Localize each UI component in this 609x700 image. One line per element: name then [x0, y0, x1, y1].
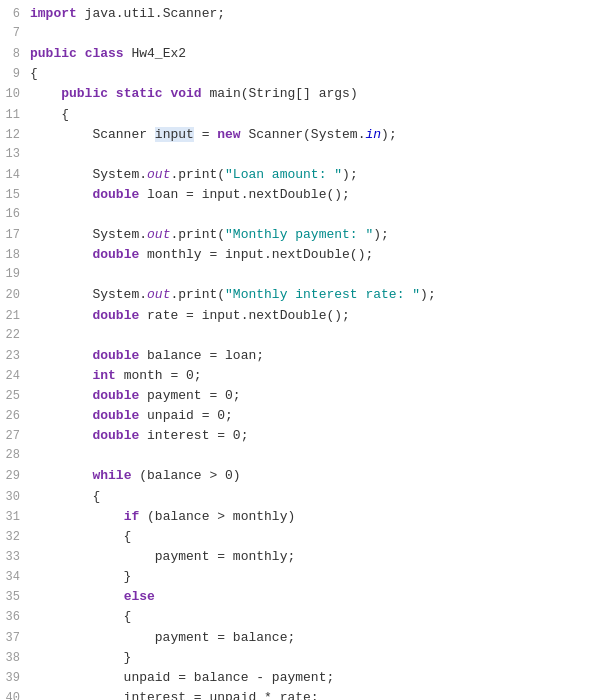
code-line: 38 }	[0, 648, 609, 668]
code-line: 16	[0, 205, 609, 225]
line-content: double monthly = input.nextDouble();	[28, 245, 609, 265]
line-content: {	[28, 64, 609, 84]
line-content: System.out.print("Monthly payment: ");	[28, 225, 609, 245]
token-plain: month = 0;	[116, 368, 202, 383]
token-kw: else	[124, 589, 155, 604]
code-line: 14 System.out.print("Loan amount: ");	[0, 165, 609, 185]
code-line: 37 payment = balance;	[0, 628, 609, 648]
line-number: 39	[0, 669, 28, 688]
line-number: 34	[0, 568, 28, 587]
code-line: 28	[0, 446, 609, 466]
token-plain: rate = input.nextDouble();	[139, 308, 350, 323]
token-kw: void	[170, 86, 201, 101]
token-plain: {	[30, 489, 100, 504]
token-plain: loan = input.nextDouble();	[139, 187, 350, 202]
token-kw: double	[92, 308, 139, 323]
line-content: }	[28, 648, 609, 668]
line-number: 31	[0, 508, 28, 527]
line-number: 18	[0, 246, 28, 265]
line-content: {	[28, 487, 609, 507]
code-line: 32 {	[0, 527, 609, 547]
line-content: {	[28, 607, 609, 627]
code-line: 35 else	[0, 587, 609, 607]
token-string: "Monthly interest rate: "	[225, 287, 420, 302]
token-plain: System.	[30, 167, 147, 182]
code-line: 36 {	[0, 607, 609, 627]
token-kw: import	[30, 6, 77, 21]
line-content: payment = balance;	[28, 628, 609, 648]
token-plain	[30, 589, 124, 604]
token-plain: .print(	[170, 287, 225, 302]
line-content: double rate = input.nextDouble();	[28, 306, 609, 326]
token-plain: (balance > 0)	[131, 468, 240, 483]
token-plain: );	[373, 227, 389, 242]
line-content: double payment = 0;	[28, 386, 609, 406]
line-number: 22	[0, 326, 28, 345]
token-plain: =	[194, 127, 217, 142]
line-number: 20	[0, 286, 28, 305]
token-plain: {	[30, 529, 131, 544]
code-line: 13	[0, 145, 609, 165]
code-line: 9{	[0, 64, 609, 84]
code-editor: 6import java.util.Scanner;78public class…	[0, 0, 609, 700]
token-plain: }	[30, 569, 131, 584]
token-plain	[108, 86, 116, 101]
token-kw: new	[217, 127, 240, 142]
code-line: 18 double monthly = input.nextDouble();	[0, 245, 609, 265]
line-number: 14	[0, 166, 28, 185]
line-content: System.out.print("Loan amount: ");	[28, 165, 609, 185]
token-plain	[30, 247, 92, 262]
line-content: double unpaid = 0;	[28, 406, 609, 426]
token-kw: double	[92, 388, 139, 403]
token-plain: payment = monthly;	[30, 549, 295, 564]
code-line: 12 Scanner input = new Scanner(System.in…	[0, 125, 609, 145]
code-line: 11 {	[0, 105, 609, 125]
token-plain	[30, 187, 92, 202]
token-plain: unpaid = 0;	[139, 408, 233, 423]
code-line: 29 while (balance > 0)	[0, 466, 609, 486]
token-plain: System.	[30, 227, 147, 242]
token-plain: balance = loan;	[139, 348, 264, 363]
token-italic-blue: in	[365, 127, 381, 142]
line-number: 15	[0, 186, 28, 205]
line-number: 40	[0, 689, 28, 700]
line-number: 35	[0, 588, 28, 607]
line-content: unpaid = balance - payment;	[28, 668, 609, 688]
token-plain: Scanner(System.	[241, 127, 366, 142]
token-plain: );	[420, 287, 436, 302]
code-line: 15 double loan = input.nextDouble();	[0, 185, 609, 205]
line-number: 17	[0, 226, 28, 245]
token-string: "Loan amount: "	[225, 167, 342, 182]
line-number: 26	[0, 407, 28, 426]
code-line: 8public class Hw4_Ex2	[0, 44, 609, 64]
line-number: 9	[0, 65, 28, 84]
token-plain: {	[30, 66, 38, 81]
token-var-highlight: input	[155, 127, 194, 142]
line-content: }	[28, 567, 609, 587]
code-line: 23 double balance = loan;	[0, 346, 609, 366]
line-content: if (balance > monthly)	[28, 507, 609, 527]
code-line: 21 double rate = input.nextDouble();	[0, 306, 609, 326]
line-content: else	[28, 587, 609, 607]
code-line: 39 unpaid = balance - payment;	[0, 668, 609, 688]
line-number: 37	[0, 629, 28, 648]
code-line: 40 interest = unpaid * rate;	[0, 688, 609, 700]
token-plain: .print(	[170, 227, 225, 242]
line-number: 13	[0, 145, 28, 164]
token-string: "Monthly payment: "	[225, 227, 373, 242]
line-content: {	[28, 105, 609, 125]
code-line: 20 System.out.print("Monthly interest ra…	[0, 285, 609, 305]
line-content: payment = monthly;	[28, 547, 609, 567]
line-number: 27	[0, 427, 28, 446]
token-plain: }	[30, 650, 131, 665]
line-number: 36	[0, 608, 28, 627]
line-number: 10	[0, 85, 28, 104]
code-line: 24 int month = 0;	[0, 366, 609, 386]
line-content: interest = unpaid * rate;	[28, 688, 609, 700]
token-plain	[30, 86, 61, 101]
token-kw: while	[92, 468, 131, 483]
token-plain: (balance > monthly)	[139, 509, 295, 524]
token-kw: if	[124, 509, 140, 524]
token-out-italic: out	[147, 167, 170, 182]
line-number: 24	[0, 367, 28, 386]
